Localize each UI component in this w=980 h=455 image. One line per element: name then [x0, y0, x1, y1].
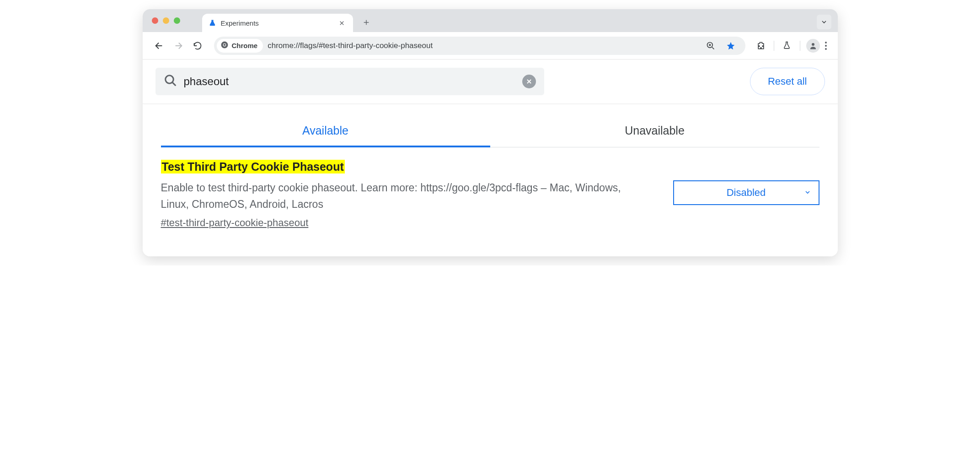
- browser-window: Experiments Chrome: [143, 9, 838, 256]
- search-box: [155, 68, 544, 95]
- tabs-row: Available Unavailable: [143, 116, 838, 147]
- chrome-menu-button[interactable]: [822, 39, 830, 53]
- search-input[interactable]: [184, 75, 516, 88]
- extensions-icon[interactable]: [754, 38, 768, 53]
- tab-unavailable[interactable]: Unavailable: [490, 116, 819, 147]
- tab-overflow-button[interactable]: [817, 15, 831, 29]
- omnibox-actions: [703, 38, 743, 53]
- close-tab-button[interactable]: [337, 18, 347, 27]
- reload-button[interactable]: [189, 38, 206, 54]
- window-controls: [152, 17, 180, 24]
- search-row: Reset all: [143, 60, 838, 104]
- titlebar: Experiments: [143, 9, 838, 32]
- avatar-icon: [806, 39, 820, 53]
- flag-title: Test Third Party Cookie Phaseout: [161, 160, 345, 173]
- back-button[interactable]: [151, 38, 167, 54]
- page-content: Reset all Available Unavailable Test Thi…: [143, 60, 838, 256]
- reset-all-button[interactable]: Reset all: [750, 68, 825, 95]
- search-icon: [164, 74, 177, 89]
- chrome-logo-icon: [220, 41, 229, 50]
- flag-body: Test Third Party Cookie Phaseout Enable …: [161, 160, 655, 229]
- chevron-down-icon: [804, 187, 811, 199]
- forward-button[interactable]: [170, 38, 187, 54]
- site-chip-label: Chrome: [232, 42, 258, 49]
- maximize-window-button[interactable]: [174, 17, 180, 24]
- profile-button[interactable]: [806, 38, 820, 53]
- flag-state-select[interactable]: Disabled: [673, 180, 819, 205]
- svg-point-5: [165, 76, 173, 84]
- address-bar[interactable]: Chrome chrome://flags/#test-third-party-…: [214, 37, 745, 55]
- separator: [800, 41, 800, 51]
- labs-flask-icon[interactable]: [780, 38, 794, 53]
- browser-tab[interactable]: Experiments: [202, 14, 353, 32]
- close-window-button[interactable]: [152, 17, 158, 24]
- site-chip[interactable]: Chrome: [217, 39, 263, 53]
- svg-point-4: [812, 43, 814, 46]
- url-text: chrome://flags/#test-third-party-cookie-…: [268, 41, 433, 50]
- minimize-window-button[interactable]: [163, 17, 169, 24]
- svg-point-2: [223, 44, 225, 46]
- bookmark-star-icon[interactable]: [723, 38, 738, 53]
- flask-icon: [209, 19, 216, 27]
- clear-search-button[interactable]: [522, 75, 536, 88]
- separator: [774, 41, 774, 51]
- zoom-icon[interactable]: [703, 38, 718, 53]
- toolbar-right: [754, 38, 830, 53]
- flag-anchor-link[interactable]: #test-third-party-cookie-phaseout: [161, 217, 309, 229]
- flag-item: Test Third Party Cookie Phaseout Enable …: [143, 147, 838, 256]
- tab-title: Experiments: [221, 19, 333, 27]
- toolbar: Chrome chrome://flags/#test-third-party-…: [143, 32, 838, 60]
- new-tab-button[interactable]: [359, 15, 374, 30]
- flag-state-label: Disabled: [727, 187, 766, 199]
- flag-description: Enable to test third-party cookie phaseo…: [161, 180, 637, 212]
- tab-available[interactable]: Available: [161, 116, 490, 147]
